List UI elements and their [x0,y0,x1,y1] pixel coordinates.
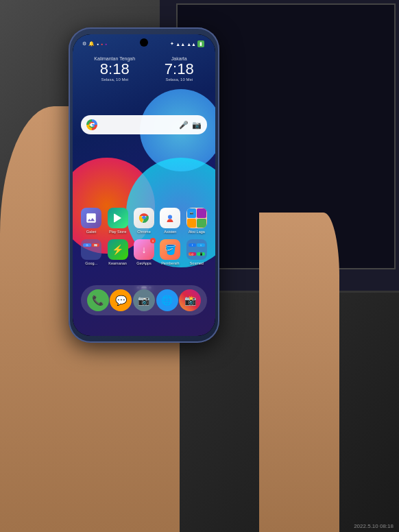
lens-icon[interactable]: 📷 [192,121,202,130]
app-playstore[interactable]: Play Store [106,208,130,234]
pembersih-label: Pembersih [161,261,179,265]
google-search-bar[interactable]: 🎤 📷 [81,115,207,134]
chrome-label: Chrome [137,230,151,234]
status-icons-right: ✦ ▲▲ ▲▲ ▮ [170,40,204,47]
browser-icon: 🌐 [161,295,173,306]
notification-icon: 🔔 [88,41,95,47]
dot1: ● [97,42,99,46]
phone-icon: 📞 [92,295,104,306]
google-logo [86,119,97,130]
hand-right [259,213,339,532]
camera-notch [140,38,148,47]
sosmed-folder-icon[interactable]: f t ◎ 📱 [186,239,207,260]
playstore-label: Play Store [109,230,126,234]
camera-icon: 📷 [138,295,149,306]
chrome-icon[interactable] [134,208,154,228]
app-pembersih[interactable]: 🪣 Pembersih [158,239,182,265]
scene-timestamp: 2022.5.10 08:18 [354,523,394,529]
app-getapps[interactable]: ↓ 3 GetApps [132,239,156,265]
getapps-badge: 3 [150,238,156,243]
svg-point-1 [168,215,172,219]
app-asisten[interactable]: Asisten [158,208,182,234]
getapps-icon[interactable]: ↓ 3 [134,239,154,260]
keamanan-label: Keamanan [108,261,127,265]
clock-date-2: Selasa, 10 Mei [165,77,194,82]
asisten-label: Asisten [164,230,176,234]
settings-status-icon: ⚙ [82,41,86,47]
search-right-icons: 🎤 📷 [179,121,202,130]
dock: 📞 💬 📷 🌐 📸 [81,285,207,315]
signal1-icon: ▲▲ [176,42,185,47]
bluetooth-icon: ✦ [170,41,174,47]
signal2-icon: ▲▲ [186,42,196,47]
app-row-2: G 📰 Goog... ⚡ Keamanan [78,239,210,265]
dock-instagram[interactable]: 📸 [179,289,201,311]
phone-screen[interactable]: ⚙ 🔔 ● ● ● ✦ ▲▲ ▲▲ ▮ Kalimantan Tengah 8:… [73,34,215,336]
clock-time-1: 8:18 [94,62,135,77]
pembersih-icon[interactable]: 🪣 [160,239,180,260]
sosmed-folder-label: Sosmed [190,261,204,265]
app-grid: Galeri Play Store Chrome [73,208,215,271]
clock-kalimantan: Kalimantan Tengah 8:18 Selasa, 10 Mei [94,56,135,82]
app-keamanan[interactable]: ⚡ Keamanan [106,239,130,265]
status-icons-left: ⚙ 🔔 ● ● ● [82,41,107,47]
clock-time-2: 7:18 [165,62,194,77]
asisten-icon[interactable] [160,208,180,228]
dock-camera[interactable]: 📷 [133,289,155,311]
app-aksilaga[interactable]: 📷 Aksi Laga [184,208,209,234]
clock-date-1: Selasa, 10 Mei [94,77,135,82]
messages-icon: 💬 [115,295,127,306]
app-row-1: Galeri Play Store Chrome [78,208,210,234]
phone-screen-area: ⚙ 🔔 ● ● ● ✦ ▲▲ ▲▲ ▮ Kalimantan Tengah 8:… [73,34,215,336]
app-sosmed-folder[interactable]: f t ◎ 📱 Sosmed [184,239,209,265]
app-google-folder[interactable]: G 📰 Goog... [79,239,104,265]
getapps-label: GetApps [136,261,151,265]
app-galeri[interactable]: Galeri [79,208,104,234]
keamanan-icon[interactable]: ⚡ [108,239,128,260]
dot2: ● [101,42,103,46]
app-chrome[interactable]: Chrome [132,208,156,234]
mic-icon[interactable]: 🎤 [179,121,189,130]
aksilaga-icon[interactable]: 📷 [186,208,207,228]
aksilaga-label: Aksi Laga [189,230,205,234]
dock-messages[interactable]: 💬 [110,289,132,311]
google-folder-label: Goog... [85,261,97,265]
google-folder-icon[interactable]: G 📰 [81,239,101,260]
dot3: ● [105,42,107,46]
dock-browser[interactable]: 🌐 [156,289,178,311]
galeri-label: Galeri [86,230,97,234]
clock-widget: Kalimantan Tengah 8:18 Selasa, 10 Mei Ja… [73,56,215,82]
instagram-icon: 📸 [184,295,196,306]
galeri-icon[interactable] [81,208,101,228]
phone-body: ⚙ 🔔 ● ● ● ✦ ▲▲ ▲▲ ▮ Kalimantan Tengah 8:… [69,27,219,343]
dock-phone[interactable]: 📞 [87,289,109,311]
playstore-icon[interactable] [108,208,128,228]
battery-icon: ▮ [197,40,204,47]
clock-jakarta: Jakarta 7:18 Selasa, 10 Mei [165,56,194,82]
